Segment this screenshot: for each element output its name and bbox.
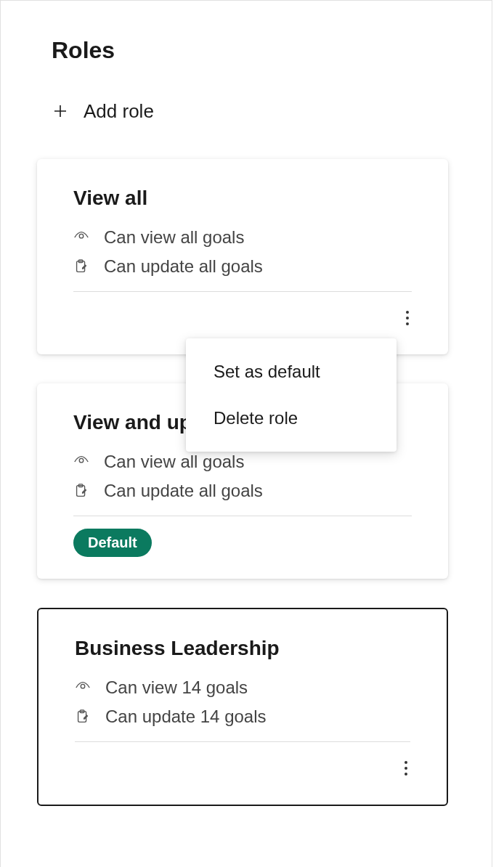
clipboard-edit-icon: [75, 709, 91, 725]
divider: [75, 741, 410, 742]
svg-point-12: [405, 761, 407, 764]
permission-text: Can view all goals: [104, 452, 244, 472]
permission-row: Can view 14 goals: [75, 677, 410, 698]
set-as-default-menu-item[interactable]: Set as default: [186, 349, 397, 395]
card-footer: [75, 754, 410, 783]
add-role-label: Add role: [84, 100, 154, 123]
divider: [73, 291, 412, 292]
role-name: Business Leadership: [75, 637, 410, 660]
context-menu: Set as default Delete role: [186, 338, 397, 452]
permission-row: Can update all goals: [73, 256, 412, 277]
role-card[interactable]: View all Can view all goals Can update a…: [37, 159, 448, 354]
svg-point-14: [405, 773, 407, 776]
permission-row: Can view all goals: [73, 227, 412, 248]
svg-point-13: [405, 767, 407, 770]
permission-text: Can update all goals: [104, 481, 263, 501]
svg-point-3: [406, 311, 409, 314]
permission-text: Can view all goals: [104, 227, 244, 248]
permission-text: Can update all goals: [104, 256, 263, 277]
roles-panel: Roles Add role View all Can view all goa…: [0, 0, 492, 867]
permission-row: Can update 14 goals: [75, 707, 410, 727]
permission-text: Can update 14 goals: [105, 707, 267, 727]
divider: [73, 516, 412, 516]
clipboard-edit-icon: [73, 483, 89, 499]
more-options-button[interactable]: [394, 757, 418, 780]
page-title: Roles: [52, 37, 448, 64]
svg-point-6: [79, 458, 84, 463]
permission-row: Can view all goals: [73, 452, 412, 472]
eye-icon: [73, 454, 89, 470]
role-name: View all: [73, 187, 412, 210]
permission-row: Can update all goals: [73, 481, 412, 501]
card-footer: [73, 304, 412, 333]
svg-point-0: [79, 234, 84, 238]
permission-text: Can view 14 goals: [105, 677, 248, 698]
role-card[interactable]: Business Leadership Can view 14 goals Ca…: [37, 608, 448, 806]
clipboard-edit-icon: [73, 259, 89, 274]
delete-role-menu-item[interactable]: Delete role: [186, 395, 397, 441]
eye-icon: [73, 229, 89, 245]
svg-point-4: [406, 317, 409, 319]
svg-point-9: [81, 684, 85, 688]
more-options-button[interactable]: [396, 306, 419, 330]
add-role-button[interactable]: Add role: [52, 100, 448, 123]
plus-icon: [53, 102, 68, 121]
eye-icon: [75, 680, 91, 696]
svg-point-5: [406, 322, 409, 325]
card-footer: Default: [73, 528, 412, 557]
default-badge: Default: [73, 529, 152, 557]
